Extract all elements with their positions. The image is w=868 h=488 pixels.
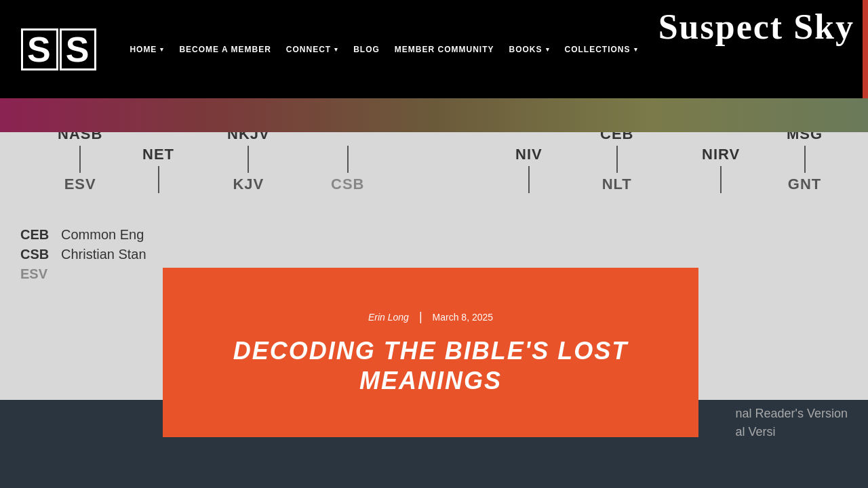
chevron-down-icon: ▾ <box>634 46 638 53</box>
article-card[interactable]: Erin Long | March 8, 2025 DECODING THE B… <box>163 268 698 437</box>
dark-band-text-right: nal Reader's Version al Versi <box>735 407 848 439</box>
tick-ceb: CEB NLT <box>600 132 633 193</box>
chevron-down-icon: ▾ <box>334 46 338 53</box>
tick-line <box>79 146 81 173</box>
legend-row-csb: CSB Christian Stan <box>20 247 848 262</box>
legend-row-ceb: CEB Common Eng <box>20 227 848 243</box>
nav-connect[interactable]: CONNECT ▾ <box>281 41 344 58</box>
nav-become-member[interactable]: BECOME A MEMBER <box>174 41 276 58</box>
tick-csb: CSB <box>331 146 364 193</box>
chevron-down-icon: ▾ <box>160 46 164 53</box>
tick-line <box>528 166 530 193</box>
translation-scale-row: NASB ESV NET NKJV KJV CSB NI <box>20 132 848 193</box>
nav-home[interactable]: HOME ▾ <box>124 41 170 58</box>
brand-title: Suspect Sky <box>658 7 854 46</box>
nav-member-community[interactable]: MEMBER COMMUNITY <box>389 41 500 58</box>
brand-overlay: Suspect Sky <box>638 0 868 54</box>
tick-line <box>158 166 159 193</box>
tick-line <box>347 146 349 173</box>
logo-letter-s2: S <box>60 28 97 70</box>
meta-divider: | <box>419 310 422 324</box>
tick-nasb: NASB ESV <box>58 132 102 193</box>
color-gradient-bar <box>0 98 868 132</box>
article-author: Erin Long <box>368 312 409 323</box>
tick-niv: NIV <box>515 146 542 193</box>
nav-collections[interactable]: COLLECTIONS ▾ <box>559 41 644 58</box>
tick-line <box>720 166 722 193</box>
article-meta: Erin Long | March 8, 2025 <box>368 310 493 324</box>
tick-line <box>804 146 806 173</box>
nav-books[interactable]: BOOKS ▾ <box>504 41 555 58</box>
article-title: DECODING THE BIBLE'S LOST MEANINGS <box>233 336 629 394</box>
tick-line <box>616 146 618 173</box>
tick-nirv: NIRV <box>702 146 740 193</box>
site-logo[interactable]: SS <box>20 28 97 70</box>
chevron-down-icon: ▾ <box>546 46 550 53</box>
logo-letter-s1: S <box>21 28 58 70</box>
right-accent-bar <box>863 0 868 98</box>
tick-nkjv: NKJV KJV <box>227 132 270 193</box>
article-date: March 8, 2025 <box>433 312 494 323</box>
nav-blog[interactable]: BLOG <box>348 41 385 58</box>
tick-line <box>248 146 249 173</box>
tick-net: NET <box>142 146 174 193</box>
tick-msg: MSG GNT <box>787 132 823 193</box>
